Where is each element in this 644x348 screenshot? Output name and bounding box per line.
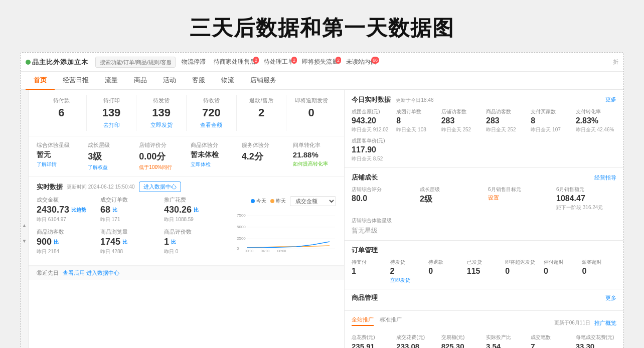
order-item-link-1[interactable]: 立即发货 xyxy=(390,277,425,284)
order-item-label-4: 即将超迟发货 xyxy=(505,259,540,266)
today-metric-sub-4: 昨日全天 107 xyxy=(531,126,571,133)
enter-data-center-btn[interactable]: 进入数据中心 xyxy=(139,182,181,192)
rating-sub-overall[interactable]: 了解详情 xyxy=(37,161,80,168)
rating-service: 服务体验分 4.2分 xyxy=(242,141,285,171)
order-item-label-6: 派签超时 xyxy=(582,259,616,266)
promo-value-1: 233.08 xyxy=(396,342,437,348)
promo-tabs: 全站推广 标准推广 xyxy=(352,316,402,326)
order-status-expire: 即将逾期发货 0 xyxy=(286,95,336,131)
today-time: 更新于今日18:46 xyxy=(396,97,433,103)
nav-fold-btn[interactable]: 折 xyxy=(613,58,618,66)
promo-header: 全站推广 标准推广 更新于06月11日 推广概览 xyxy=(352,316,616,330)
order-value-ship: 139 xyxy=(136,106,186,119)
order-link-ship[interactable]: 立即发货 xyxy=(136,121,186,129)
today-metric-sub-6: 昨日全天 8.52 xyxy=(352,155,616,162)
shop-growth-header: 店铺成长 经营指导 xyxy=(352,173,616,182)
order-status-waitship: 待发货 139 立即发货 xyxy=(136,95,187,131)
main-nav-daily[interactable]: 经营日报 xyxy=(55,72,97,90)
main-nav-service[interactable]: 客服 xyxy=(184,72,213,90)
metric-link-visitors[interactable]: 比 xyxy=(54,239,59,246)
chart-select[interactable]: 成交金额 xyxy=(290,196,336,206)
svg-text:7500: 7500 xyxy=(237,213,246,218)
rating-label-level: 成长层级 xyxy=(88,141,131,149)
today-metric-sub-0: 昨日全天 912.02 xyxy=(352,126,392,133)
order-status-label-waitpay: 待付款 xyxy=(37,97,86,104)
right-panel: 今日实时数据 更新于今日18:46 更多 成团金额(元) 943.20 昨日全天… xyxy=(345,90,623,348)
order-value-print: 139 xyxy=(87,106,136,119)
today-metric-label-4: 支付买家数 xyxy=(531,108,571,115)
main-nav-products[interactable]: 商品 xyxy=(126,72,155,90)
metric-label-visitors: 商品访客数 xyxy=(37,228,100,236)
metric-label-promotion: 推广花费 xyxy=(164,196,228,204)
promo-more[interactable]: 推广概览 xyxy=(594,319,616,327)
page-title-area: 三天后数据和第一天数据图 xyxy=(0,0,644,52)
metric-link-pageviews[interactable]: 比 xyxy=(122,239,127,246)
legend-today: 今天 xyxy=(251,198,266,205)
rating-overall: 综合体验星级 暂无 了解详情 xyxy=(37,141,80,171)
metric-pageviews: 商品浏览量 1745 比 昨日 4288 xyxy=(100,228,164,255)
side-collapse-left[interactable]: ▲ ▼ xyxy=(21,90,29,348)
growth-link-2[interactable]: 设置 xyxy=(488,194,548,202)
metric-link-revenue[interactable]: 比趋势 xyxy=(71,207,86,214)
nav-badge-messages: 66 xyxy=(371,57,379,64)
nav-item-messages[interactable]: 未读站内信 66 xyxy=(344,58,378,66)
growth-sub-3: 距下一阶段 316.24元 xyxy=(556,204,616,211)
metric-visitors: 商品访客数 900 比 昨日 2184 xyxy=(37,228,100,255)
today-metric-label-3: 商品访客数 xyxy=(486,108,527,115)
today-metric-value-3: 283 xyxy=(486,116,527,125)
promo-tab-1[interactable]: 标准推广 xyxy=(380,316,402,326)
left-panel: 待付款 6 待打印 139 去打印 待发货 139 立即发货 xyxy=(29,90,345,348)
metric-link-promotion[interactable]: 比 xyxy=(194,207,199,214)
order-item-5: 催付超时 0 xyxy=(544,259,578,284)
main-nav-logistics[interactable]: 物流 xyxy=(213,72,242,90)
main-nav-shop-service[interactable]: 店铺服务 xyxy=(242,72,284,90)
nav-badge-traffic: 2 xyxy=(336,57,341,64)
nav-item-workorder[interactable]: 待处理工单 2 xyxy=(262,58,296,66)
rating-value-conversion: 21.88% xyxy=(293,150,336,159)
today-header: 今日实时数据 更新于今日18:46 更多 xyxy=(352,95,616,104)
main-nav-traffic[interactable]: 流量 xyxy=(97,72,126,90)
nav-item-aftersale[interactable]: 待商家处理售后 2 xyxy=(212,58,258,66)
collapse-up-icon: ▲ xyxy=(22,223,27,228)
today-metric-label-2: 店铺访客数 xyxy=(441,108,482,115)
metric-value-promotion: 430.26 比 xyxy=(164,205,228,215)
collapse-down-icon: ▼ xyxy=(22,238,27,244)
bottom-bar: ⑩近先日 查看后用 进入数据中心 xyxy=(29,266,344,280)
main-nav-home[interactable]: 首页 xyxy=(26,72,55,90)
nav-item-traffic[interactable]: 即将损失流量 2 xyxy=(300,58,340,66)
rating-product: 商品体验分 暂未体检 立即体检 xyxy=(191,141,234,171)
rating-sub-score[interactable]: 低于100%同行 xyxy=(139,164,182,171)
metric-link-orders[interactable]: 比 xyxy=(112,207,117,214)
rating-sub-conversion[interactable]: 如何提高转化率 xyxy=(293,160,336,167)
growth-value-0: 80.0 xyxy=(352,194,412,203)
rating-sub-level[interactable]: 了解权益 xyxy=(88,164,131,171)
order-status-waitpay: 待付款 6 xyxy=(37,95,87,131)
promo-tab-0[interactable]: 全站推广 xyxy=(352,316,374,326)
logo-text: 品主比外添加立木 xyxy=(32,58,88,67)
main-nav-activities[interactable]: 活动 xyxy=(155,72,184,90)
today-metric-label-6: 成团客单价(元) xyxy=(352,137,616,144)
promo-label-1: 成交花费(元) xyxy=(396,334,437,341)
search-input[interactable] xyxy=(95,57,176,68)
ratings-row: 综合体验星级 暂无 了解详情 成长层级 3级 了解权益 店铺评价分 0.00分 xyxy=(29,136,344,177)
shop-growth-more[interactable]: 经营指导 xyxy=(594,174,616,182)
realtime-metrics2: 商品访客数 900 比 昨日 2184 商品浏览量 xyxy=(37,228,228,255)
order-link-receive[interactable]: 查看金额 xyxy=(187,121,236,129)
metric-link-reviews[interactable]: 比 xyxy=(171,239,176,246)
today-metric-5: 支付转化率 2.83% 昨日全天 42.46% xyxy=(576,108,616,133)
order-item-value-5: 0 xyxy=(544,267,578,276)
rating-sub-product[interactable]: 立即体检 xyxy=(191,161,234,168)
product-mgmt-more[interactable]: 更多 xyxy=(605,294,616,302)
svg-text:04:00: 04:00 xyxy=(261,249,270,253)
promo-metrics: 总花费(元) 235.91 成交花费(元) 233.08 交易额(元) 825.… xyxy=(352,334,616,348)
legend-yesterday: 昨天 xyxy=(270,198,286,205)
order-link-print[interactable]: 去打印 xyxy=(87,121,136,129)
metric-sub-visitors: 昨日 2184 xyxy=(37,248,100,255)
nav-logo: 品主比外添加立木 xyxy=(26,58,88,67)
nav-item-logistics[interactable]: 物流停滞 xyxy=(180,58,208,66)
today-metrics: 成团金额(元) 943.20 昨日全天 912.02 成团订单数 8 昨日全天 … xyxy=(352,108,616,162)
growth-metric-1: 成长层级 2级 xyxy=(420,186,480,211)
promo-label-4: 成交笔数 xyxy=(531,334,571,341)
today-more[interactable]: 更多 xyxy=(605,96,616,103)
legend-today-dot xyxy=(251,199,255,203)
